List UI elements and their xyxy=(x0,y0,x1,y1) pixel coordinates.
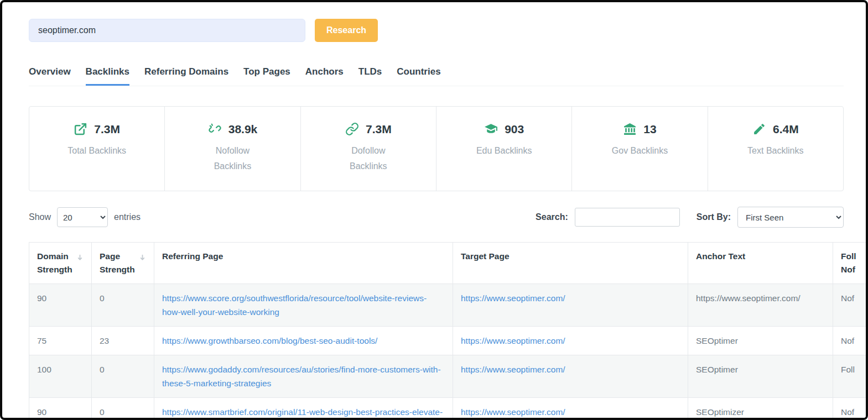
pencil-icon xyxy=(752,122,766,136)
referring-page-link[interactable]: https://www.godaddy.com/resources/au/sto… xyxy=(162,365,441,388)
domain-strength-cell: 100 xyxy=(29,355,92,398)
target-page-link[interactable]: https://www.seoptimer.com/ xyxy=(461,293,565,303)
stat-dofollow-backlinks: 7.3M Dofollow Backlinks xyxy=(301,107,436,191)
referring-page-link[interactable]: https://www.smartbrief.com/original/11-w… xyxy=(162,407,443,420)
page-content: Research Overview Backlinks Referring Do… xyxy=(2,2,866,420)
sort-down-icon[interactable] xyxy=(76,252,84,265)
stat-text-backlinks: 6.4M Text Backlinks xyxy=(708,107,843,191)
target-page-cell: https://www.seoptimer.com/ xyxy=(453,327,688,355)
anchor-text-cell: SEOptimer xyxy=(688,355,833,398)
stat-value: 6.4M xyxy=(773,123,799,136)
sort-down-icon[interactable] xyxy=(139,252,146,265)
external-link-icon xyxy=(74,122,87,136)
tab-tlds[interactable]: TLDs xyxy=(358,66,382,86)
table-row: 90 0 https://www.smartbrief.com/original… xyxy=(29,398,866,420)
stat-value: 7.3M xyxy=(94,123,120,136)
research-button[interactable]: Research xyxy=(315,19,378,42)
tab-referring-domains[interactable]: Referring Domains xyxy=(144,66,228,86)
domain-search-bar: Research xyxy=(29,19,866,42)
tab-overview[interactable]: Overview xyxy=(29,66,71,86)
domain-strength-cell: 75 xyxy=(29,327,92,355)
follow-cell: Foll xyxy=(833,355,866,398)
broken-link-icon xyxy=(208,122,222,136)
header-follow-nofollow: Foll Nof xyxy=(833,243,866,284)
tab-backlinks[interactable]: Backlinks xyxy=(86,66,129,86)
link-icon xyxy=(345,122,359,136)
table-search-input[interactable] xyxy=(575,208,680,227)
target-page-link[interactable]: https://www.seoptimer.com/ xyxy=(461,407,565,417)
header-referring-page: Referring Page xyxy=(154,243,453,284)
target-page-cell: https://www.seoptimer.com/ xyxy=(453,355,688,398)
stat-label: Gov Backlinks xyxy=(606,143,673,159)
header-target-page: Target Page xyxy=(453,243,688,284)
stat-nofollow-backlinks: 38.9k Nofollow Backlinks xyxy=(165,107,300,191)
target-page-link[interactable]: https://www.seoptimer.com/ xyxy=(461,365,565,374)
stat-value: 7.3M xyxy=(366,123,392,136)
tab-top-pages[interactable]: Top Pages xyxy=(243,66,290,86)
target-page-cell: https://www.seoptimer.com/ xyxy=(453,398,688,420)
stat-value: 13 xyxy=(643,123,656,136)
entries-label: entries xyxy=(114,212,141,222)
referring-page-cell: https://www.growthbarseo.com/blog/best-s… xyxy=(154,327,453,355)
stat-value: 38.9k xyxy=(228,123,258,136)
header-page-strength[interactable]: Page Strength xyxy=(92,243,154,284)
backlinks-table: Domain Strength Page Strength xyxy=(29,242,866,420)
anchor-text-cell: SEOptimizer xyxy=(688,398,833,420)
page-size-control: Show 20 entries xyxy=(29,207,141,227)
follow-cell: Nof xyxy=(833,398,866,420)
domain-strength-cell: 90 xyxy=(29,284,92,327)
follow-cell: Nof xyxy=(833,327,866,355)
graduation-cap-icon xyxy=(484,122,498,136)
sort-by-select[interactable]: First Seen xyxy=(737,207,844,228)
header-anchor-text: Anchor Text xyxy=(688,243,833,284)
backlink-research-page: Research Overview Backlinks Referring Do… xyxy=(0,0,868,420)
stat-value: 903 xyxy=(505,123,524,136)
referring-page-cell: https://www.smartbrief.com/original/11-w… xyxy=(154,398,453,420)
search-label: Search: xyxy=(536,212,568,222)
stat-label: Edu Backlinks xyxy=(471,143,537,159)
sort-by-label: Sort By: xyxy=(697,212,731,222)
anchor-text-cell: https://www.seoptimer.com/ xyxy=(688,284,833,327)
tab-countries[interactable]: Countries xyxy=(397,66,440,86)
backlink-stats-card: 7.3M Total Backlinks 38.9k xyxy=(29,106,844,191)
stat-gov-backlinks: 13 Gov Backlinks xyxy=(572,107,708,191)
stat-total-backlinks: 7.3M Total Backlinks xyxy=(29,107,165,191)
report-tabs: Overview Backlinks Referring Domains Top… xyxy=(29,66,844,86)
page-strength-cell: 0 xyxy=(92,355,154,398)
referring-page-cell: https://www.score.org/southwestflorida/r… xyxy=(154,284,453,327)
table-row: 100 0 https://www.godaddy.com/resources/… xyxy=(29,355,866,398)
header-label: Domain Strength xyxy=(37,250,74,276)
tab-anchors[interactable]: Anchors xyxy=(305,66,344,86)
page-size-select[interactable]: 20 xyxy=(57,207,108,227)
page-strength-cell: 0 xyxy=(92,284,154,327)
anchor-text-cell: SEOptimer xyxy=(688,327,833,355)
referring-page-cell: https://www.godaddy.com/resources/au/sto… xyxy=(154,355,453,398)
bank-icon xyxy=(623,122,637,136)
search-sort-controls: Search: Sort By: First Seen xyxy=(536,207,844,228)
stat-label: Text Backlinks xyxy=(742,143,809,159)
stat-label: Dofollow Backlinks xyxy=(335,143,402,174)
page-strength-cell: 0 xyxy=(92,398,154,420)
stat-label: Nofollow Backlinks xyxy=(199,143,266,174)
table-row: 90 0 https://www.score.org/southwestflor… xyxy=(29,284,866,327)
domain-strength-cell: 90 xyxy=(29,398,92,420)
stat-edu-backlinks: 903 Edu Backlinks xyxy=(436,107,572,191)
target-page-link[interactable]: https://www.seoptimer.com/ xyxy=(461,336,565,345)
header-domain-strength[interactable]: Domain Strength xyxy=(29,243,92,284)
header-label: Foll xyxy=(841,251,856,261)
follow-cell: Nof xyxy=(833,284,866,327)
page-strength-cell: 23 xyxy=(92,327,154,355)
table-header-row: Domain Strength Page Strength xyxy=(29,243,866,284)
header-label: Nof xyxy=(841,265,855,274)
referring-page-link[interactable]: https://www.growthbarseo.com/blog/best-s… xyxy=(162,336,377,345)
stat-label: Total Backlinks xyxy=(64,143,130,159)
show-label: Show xyxy=(29,212,51,222)
table-row: 75 23 https://www.growthbarseo.com/blog/… xyxy=(29,327,866,355)
domain-input[interactable] xyxy=(29,19,305,42)
header-label: Page Strength xyxy=(100,250,137,276)
table-controls: Show 20 entries Search: Sort By: First S… xyxy=(29,207,844,228)
target-page-cell: https://www.seoptimer.com/ xyxy=(453,284,688,327)
backlinks-table-wrap: Domain Strength Page Strength xyxy=(29,242,866,420)
referring-page-link[interactable]: https://www.score.org/southwestflorida/r… xyxy=(162,293,427,317)
